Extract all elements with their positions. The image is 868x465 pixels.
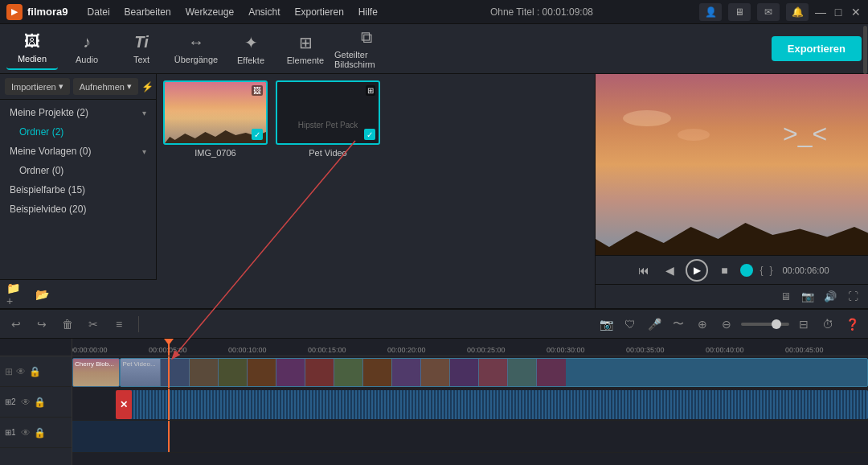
open-folder-button[interactable]: 📂 <box>32 285 51 304</box>
speed-icon[interactable]: ⏱ <box>818 315 837 334</box>
media-content: 🖼 ✓ IMG_0706 Hipster Pet Pack ⊞ ✓ Pet Vi… <box>157 74 595 308</box>
mail-icon[interactable]: ✉ <box>757 3 780 21</box>
pet-clip-label: Pet Video... <box>122 360 155 368</box>
preview-progress-dot[interactable] <box>740 264 753 277</box>
shield-icon[interactable]: 🛡 <box>620 315 640 334</box>
camera-snapshot-icon[interactable]: 📷 <box>799 288 817 306</box>
zoom-thumb <box>772 319 781 329</box>
add-folder-button[interactable]: 📁+ <box>6 285 26 304</box>
toolbar-divider <box>138 316 139 332</box>
app-name: filmora9 <box>27 6 68 18</box>
adjust-button[interactable]: ≡ <box>109 315 129 334</box>
volume-icon[interactable]: 🔊 <box>821 288 839 306</box>
menu-hilfe[interactable]: Hilfe <box>352 3 384 21</box>
step-back-button[interactable]: ◀ <box>660 261 679 280</box>
preview-screen: >_< <box>596 74 868 255</box>
ruler-playhead <box>168 339 170 356</box>
toolbar-audio[interactable]: ♪ Audio <box>61 28 113 70</box>
toolbar-text[interactable]: Ti Text <box>116 28 167 70</box>
track-eye-icon[interactable]: 👁 <box>21 397 31 408</box>
sidebar-item-meine-vorlagen[interactable]: Meine Vorlagen (0) ▾ <box>0 142 156 161</box>
toolbar-medien[interactable]: 🖼 Medien <box>6 28 58 70</box>
camera-icon[interactable]: 📷 <box>596 315 616 334</box>
media-item-petvideo[interactable]: Hipster Pet Pack ⊞ ✓ Pet Video <box>276 80 380 158</box>
toolbar-geteilter-bildschirm[interactable]: ⧉ Geteilter Bildschirm <box>334 28 399 70</box>
skip-back-button[interactable]: ⏮ <box>634 261 653 280</box>
minus-icon[interactable]: ⊖ <box>717 315 736 334</box>
video-clip-pet[interactable]: Pet Video... <box>120 358 868 387</box>
uebergaenge-icon: ↔ <box>188 33 204 51</box>
menu-bearbeiten[interactable]: Bearbeiten <box>118 3 178 21</box>
playhead-triangle <box>164 339 174 345</box>
track-lock-icon[interactable]: 🔒 <box>29 366 41 377</box>
toolbar-elemente-label: Elemente <box>287 56 324 65</box>
record-button[interactable]: Aufnehmen ▾ <box>73 78 138 95</box>
empty-track-playhead <box>168 421 170 452</box>
zoom-slider[interactable] <box>741 323 789 326</box>
titlebar: ▶ filmora9 Datei Bearbeiten Werkzeuge An… <box>0 0 868 24</box>
pet-video-text: Hipster Pet Pack <box>298 121 358 130</box>
track-lock-icon[interactable]: 🔒 <box>34 427 46 438</box>
track-label-audio-2: ⊞2 👁 🔒 <box>0 387 72 418</box>
video-clip-cherry[interactable]: Cherry Blob... <box>72 358 120 387</box>
help-icon[interactable]: ❓ <box>842 315 862 334</box>
mic-icon[interactable]: 🎤 <box>645 315 664 334</box>
sidebar-item-beispielfarbe[interactable]: Beispielfarbe (15) <box>0 180 156 200</box>
sidebar-item-ordner-0[interactable]: Ordner (0) <box>0 161 156 180</box>
effekte-icon: ✦ <box>244 33 258 52</box>
maximize-button[interactable]: □ <box>833 6 844 18</box>
import-button[interactable]: Importieren ▾ <box>5 78 70 95</box>
split-icon[interactable]: ⊟ <box>794 315 813 334</box>
track-eye-icon[interactable]: 👁 <box>21 427 31 438</box>
waveform-icon[interactable]: 〜 <box>669 315 688 334</box>
toolbar-uebergaenge[interactable]: ↔ Übergänge <box>170 28 222 70</box>
menu-ansicht[interactable]: Ansicht <box>242 3 286 21</box>
screen-icon[interactable]: 🖥 <box>776 288 794 306</box>
record-label: Aufnehmen <box>80 82 125 92</box>
media-item-img0706[interactable]: 🖼 ✓ IMG_0706 <box>163 80 268 158</box>
monitor-icon[interactable]: 🖥 <box>728 3 751 21</box>
redo-button[interactable]: ↪ <box>32 315 51 334</box>
add-clip-button[interactable]: ⊕ <box>693 315 712 334</box>
timeline-tracks: 00:00:00:00 00:00:05:00 00:00:10:00 00:0… <box>72 339 868 465</box>
folder-buttons: 📁+ 📂 <box>0 279 157 308</box>
track-eye-icon[interactable]: 👁 <box>16 366 26 377</box>
video-track-playhead <box>168 356 170 388</box>
bracket-left-icon: { <box>760 265 763 276</box>
menu-werkzeuge[interactable]: Werkzeuge <box>179 3 240 21</box>
notification-icon[interactable]: 🔔 <box>786 3 809 21</box>
audio-clip[interactable] <box>128 390 868 419</box>
delete-clip-button[interactable]: 🗑 <box>58 315 77 334</box>
user-icon[interactable]: 👤 <box>699 3 722 21</box>
text-icon: Ti <box>134 33 148 51</box>
cut-button[interactable]: ✂ <box>84 315 103 334</box>
fullscreen-icon[interactable]: ⛶ <box>844 288 862 306</box>
menu-exportieren[interactable]: Exportieren <box>288 3 350 21</box>
menu-datei[interactable]: Datei <box>81 3 117 21</box>
sidebar-item-ordner[interactable]: Ordner (2) <box>0 122 156 142</box>
export-button[interactable]: Exportieren <box>772 36 862 61</box>
track-label-video-top: ⊞ 👁 🔒 <box>0 356 72 387</box>
time-mark-20: 00:00:20:00 <box>387 346 426 354</box>
close-button[interactable]: ✕ <box>850 6 862 18</box>
undo-button[interactable]: ↩ <box>6 315 26 334</box>
empty-track-row <box>72 421 868 453</box>
app-logo-icon: ▶ <box>6 4 23 20</box>
sidebar-item-meine-projekte[interactable]: Meine Projekte (2) ▾ <box>0 103 156 122</box>
toolbar-elemente[interactable]: ⊞ Elemente <box>280 28 331 70</box>
toolbar: 🖼 Medien ♪ Audio Ti Text ↔ Übergänge ✦ E… <box>0 24 868 74</box>
track-grid-icon[interactable]: ⊞ <box>5 366 13 377</box>
play-button[interactable]: ▶ <box>686 259 708 282</box>
minimize-button[interactable]: — <box>815 6 826 18</box>
stop-button[interactable]: ■ <box>714 261 734 280</box>
audio-track-playhead <box>168 389 170 420</box>
sidebar-item-beispielvideo[interactable]: Beispielvideo (20) <box>0 200 156 219</box>
thumb-type-icon: 🖼 <box>252 85 263 96</box>
track-lock-icon[interactable]: 🔒 <box>34 397 46 408</box>
toolbar-effekte[interactable]: ✦ Effekte <box>225 28 276 70</box>
medien-icon: 🖼 <box>24 32 40 51</box>
filter-icon[interactable]: ⚡ <box>141 79 154 95</box>
titlebar-left: ▶ filmora9 Datei Bearbeiten Werkzeuge An… <box>6 3 384 21</box>
timeline-right-tools: 📷 🛡 🎤 〜 ⊕ ⊖ ⊟ ⏱ ❓ <box>596 315 862 334</box>
window-title: Ohne Titel : 00:01:09:08 <box>490 6 593 18</box>
